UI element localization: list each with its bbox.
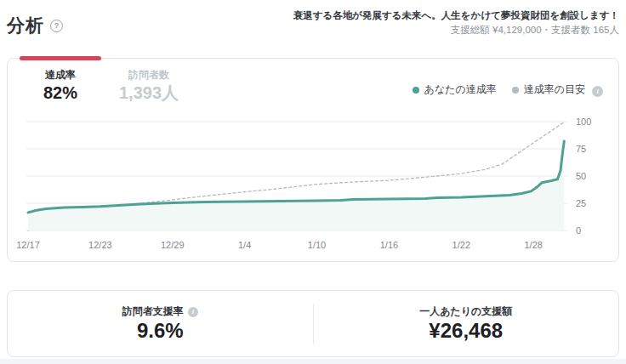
stat-label: 訪問者支援率: [122, 304, 184, 318]
page-bottom-strip: [0, 359, 626, 364]
stat-visitor-support-rate: 訪問者支援率 i 9.6%: [8, 304, 313, 343]
stat-support-per-person: 一人あたりの支援額 ¥26,468: [314, 304, 619, 343]
svg-text:12/23: 12/23: [88, 240, 112, 250]
stat-label: 一人あたりの支援額: [419, 304, 512, 318]
svg-text:12/29: 12/29: [161, 240, 185, 250]
svg-text:1/4: 1/4: [238, 240, 251, 250]
svg-text:75: 75: [576, 144, 586, 154]
svg-text:100: 100: [576, 117, 591, 127]
svg-text:50: 50: [576, 171, 586, 181]
project-title: 衰退する各地が発展する未来へ。人生をかけて夢投資財団を創設します！: [293, 9, 619, 23]
header: 分析 ? 衰退する各地が発展する未来へ。人生をかけて夢投資財団を創設します！ 支…: [7, 9, 619, 46]
svg-text:1/16: 1/16: [380, 240, 398, 250]
svg-text:0: 0: [576, 225, 581, 236]
help-icon[interactable]: ?: [50, 20, 63, 32]
page-title: 分析: [7, 14, 44, 37]
svg-text:1/28: 1/28: [525, 240, 543, 250]
svg-text:25: 25: [576, 198, 586, 208]
svg-text:1/22: 1/22: [452, 240, 470, 250]
stats-card: 訪問者支援率 i 9.6% 一人あたりの支援額 ¥26,468: [7, 290, 619, 357]
info-icon[interactable]: i: [188, 307, 198, 317]
achievement-rate-line-chart[interactable]: 025507510012/1712/2312/291/41/101/161/22…: [8, 59, 620, 261]
svg-text:1/10: 1/10: [308, 240, 326, 250]
project-summary-stats: 支援総額 ¥4,129,000・支援者数 165人: [293, 23, 619, 37]
chart-card: 達成率 82% 訪問者数 1,393人 あなたの達成率 達成率の目安 i 025…: [7, 58, 619, 262]
stat-value: ¥26,468: [314, 319, 619, 343]
svg-text:12/17: 12/17: [16, 240, 40, 250]
analytics-page: 分析 ? 衰退する各地が発展する未来へ。人生をかけて夢投資財団を創設します！ 支…: [0, 0, 626, 364]
stat-value: 9.6%: [8, 319, 313, 343]
